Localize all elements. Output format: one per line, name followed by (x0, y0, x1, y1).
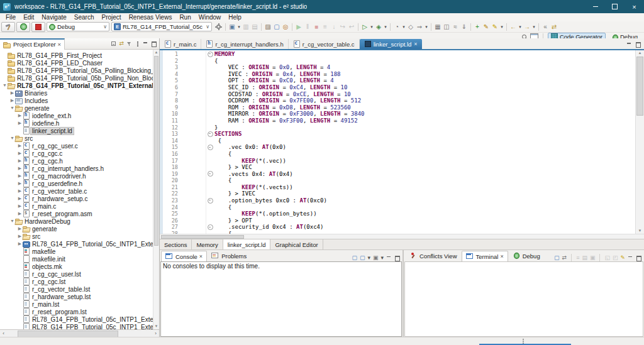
pin-icon[interactable]: ✎ (620, 254, 625, 261)
tab-console[interactable]: Console× (161, 251, 207, 261)
code-line[interactable]: 2{ (163, 58, 635, 65)
display-selected-console-icon[interactable]: ▢ (360, 254, 365, 261)
tree-item[interactable]: ▼generate (0, 104, 159, 112)
tree-item[interactable]: ▼HardwareDebug (0, 217, 159, 225)
disconnect-icon[interactable]: ≡ (321, 22, 330, 31)
code-line[interactable]: 6 SEC_ID : ORIGIN = 0xC4, LENGTH = 10 (163, 84, 635, 91)
scroll-up-icon[interactable]: ▲ (636, 50, 644, 56)
back-icon[interactable]: ← (509, 22, 518, 31)
scrollbar-thumb[interactable] (161, 235, 244, 239)
collapse-minus-icon[interactable] (208, 131, 213, 137)
dropdown-icon[interactable]: ▾ (380, 254, 384, 261)
collapsed-arrow-icon[interactable]: ▶ (17, 180, 23, 187)
debug-button[interactable] (16, 22, 30, 32)
code-line[interactable]: 26 } > OPT (163, 217, 635, 224)
maximize-button[interactable] (605, 0, 625, 13)
code-line[interactable]: 4 IVEC : ORIGIN = 0x4, LENGTH = 188 (163, 71, 635, 78)
close-icon[interactable]: × (199, 253, 203, 260)
code-line[interactable]: 11 RAM : ORIGIN = 0xF3F00, LENGTH = 4915… (163, 118, 635, 124)
tab-problems[interactable]: Problems (207, 250, 251, 261)
code-line[interactable]: 21 KEEP(*(.vects)) (163, 184, 635, 191)
close-icon[interactable]: × (414, 41, 417, 47)
collapsed-arrow-icon[interactable]: ▶ (17, 157, 23, 165)
clear-icon[interactable]: ▤ (582, 254, 587, 261)
scroll-down-icon[interactable]: ▼ (153, 324, 159, 329)
save-all-icon[interactable]: ▤ (250, 22, 259, 31)
tree-item[interactable]: r_hardware_setup.lst (0, 293, 159, 300)
maximize-view-icon[interactable] (394, 255, 400, 261)
code-line[interactable]: 15 .vec 0x0: AT(0x0) (163, 144, 635, 151)
collapse-minus-icon[interactable] (208, 52, 213, 57)
tab-debug[interactable]: Debug (508, 250, 545, 261)
open-terminal-icon[interactable]: ▢ (554, 254, 560, 261)
menu-window[interactable]: Window (195, 14, 225, 21)
build-all-icon[interactable]: ▨ (264, 22, 272, 31)
editor-tab-r_cg_vector_table.c[interactable]: r_cg_vector_table.c (289, 39, 360, 49)
code-area[interactable]: 1MEMORY2{3 VEC : ORIGIN = 0x0, LENGTH = … (163, 50, 635, 234)
code-line[interactable]: 12} (163, 124, 635, 131)
code-line[interactable]: 19 .vects 0x4: AT(0x4) (163, 171, 635, 178)
code-line[interactable]: 22 } > IVEC (163, 190, 635, 197)
coverage-icon[interactable]: ◔ (392, 22, 401, 31)
paste-icon[interactable]: ◰ (613, 254, 618, 261)
dropdown-icon[interactable]: ▾ (424, 22, 429, 31)
view-menu-icon[interactable] (135, 41, 140, 47)
dropdown-icon[interactable]: ▾ (236, 22, 242, 31)
maximize-view-icon[interactable] (635, 41, 641, 47)
fold-marker[interactable] (206, 171, 214, 177)
collapsed-arrow-icon[interactable]: ▶ (17, 202, 23, 210)
new-wizard-icon[interactable]: ▣ (228, 22, 236, 31)
code-line[interactable]: 16 { (163, 151, 635, 158)
collapse-minus-icon[interactable] (208, 224, 213, 230)
tab-conflicts-view[interactable]: Conflicts View (405, 250, 462, 261)
minimize-view-icon[interactable] (628, 255, 633, 261)
new-file-icon[interactable]: + (473, 22, 482, 31)
code-line[interactable]: 9 ROM : ORIGIN = 0xD8, LENGTH = 523560 (163, 104, 635, 111)
target-board-icon[interactable]: ◎ (281, 22, 290, 31)
tree-item[interactable]: ▶r_reset_program.asm (0, 210, 159, 217)
menu-run[interactable]: Run (175, 14, 194, 21)
code-line[interactable]: 14 { (163, 138, 635, 145)
tree-item[interactable]: RL78_G14_FPB_Tutorial_05b_Polling_Non_Bl… (0, 74, 159, 82)
tree-item[interactable]: RL78_G14_FPB_Tutorial_05c_INTP1_External… (0, 315, 159, 323)
tree-item[interactable]: objects.mk (0, 263, 159, 270)
tree-item[interactable]: ▶iodefine_ext.h (0, 112, 159, 119)
remove-all-icon[interactable]: ▣ (590, 254, 596, 261)
tree-item[interactable]: ▶Includes (0, 97, 159, 104)
mark-occurrences-icon[interactable]: ✎ (491, 22, 499, 31)
link-with-editor-icon[interactable]: ⇄ (119, 41, 124, 47)
code-line[interactable]: 5 OPT : ORIGIN = 0xC0, LENGTH = 4 (163, 77, 635, 84)
run-icon[interactable]: ▷ (360, 22, 369, 31)
collapse-minus-icon[interactable] (208, 171, 213, 177)
code-line[interactable]: 8 OCDROM : ORIGIN = 0x7FE00, LENGTH = 51… (163, 97, 635, 104)
collapse-all-icon[interactable] (111, 41, 116, 47)
minimize-view-icon[interactable] (386, 255, 392, 261)
code-line[interactable]: 24 { (163, 204, 635, 211)
close-button[interactable]: × (625, 0, 644, 13)
subtab-linker_script.ld[interactable]: linker_script.ld (223, 239, 271, 249)
subtab-sections[interactable]: Sections (160, 239, 192, 249)
step-into-icon[interactable]: ↓ (330, 22, 338, 31)
profile-icon[interactable]: ◇ (406, 22, 415, 31)
fold-marker[interactable] (206, 145, 214, 150)
collapse-minus-icon[interactable] (208, 198, 213, 204)
fold-marker[interactable] (206, 198, 214, 204)
code-line[interactable]: 17 KEEP(*(.vec)) (163, 158, 635, 165)
tree-item[interactable]: ▶Binaries (0, 89, 159, 97)
close-icon[interactable]: × (58, 41, 62, 48)
scrollbar-thumb[interactable] (636, 57, 643, 116)
collapsed-arrow-icon[interactable]: ▶ (17, 240, 23, 248)
collapsed-arrow-icon[interactable]: ▶ (17, 210, 23, 217)
terminal-content[interactable] (404, 261, 643, 337)
dropdown-icon[interactable]: ▾ (369, 22, 374, 31)
fold-marker[interactable] (206, 52, 214, 57)
tree-item[interactable]: ▶r_cg_cgc_user.c (0, 142, 159, 150)
tree-item[interactable]: r_main.lst (0, 300, 159, 308)
tree-item[interactable]: ▶src (0, 233, 159, 240)
menu-project[interactable]: Project (98, 14, 125, 21)
resume-icon[interactable]: ▶ (294, 22, 303, 31)
menu-renesas-views[interactable]: Renesas Views (125, 14, 176, 21)
collapsed-arrow-icon[interactable]: ▶ (9, 97, 15, 104)
collapsed-arrow-icon[interactable]: ▶ (9, 89, 15, 97)
step-return-icon[interactable]: ↩ (347, 22, 356, 31)
